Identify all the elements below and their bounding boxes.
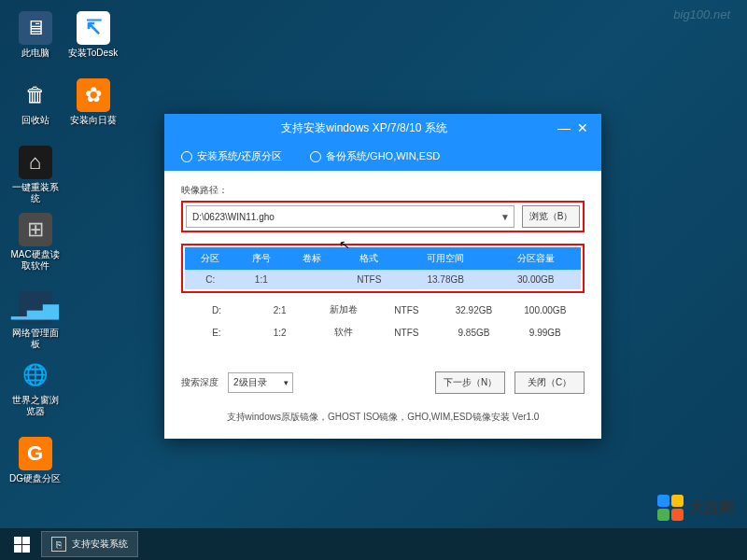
icon-label: 此电脑: [9, 48, 61, 59]
app-icon: ⎘: [51, 537, 66, 552]
pc-icon: 🖥: [19, 11, 52, 45]
mode-options: 安装系统/还原分区 备份系统/GHO,WIN,ESD: [164, 142, 601, 171]
radio-install[interactable]: 安装系统/还原分区: [181, 149, 282, 163]
minimize-button[interactable]: —: [555, 120, 573, 135]
path-row-highlight: D:\0623\WIN11.gho ▼ 浏览（B）: [181, 201, 585, 232]
taskbar: ⎘ 支持安装系统: [0, 528, 747, 560]
next-button[interactable]: 下一步（N）: [435, 371, 505, 394]
windows-icon: [14, 537, 30, 553]
browse-button[interactable]: 浏览（B）: [522, 205, 580, 228]
dialog-content: 映像路径： D:\0623\WIN11.gho ▼ 浏览（B） 分区 序号 卷标…: [164, 171, 601, 439]
partition-table-rest: D: 2:1 新加卷 NTFS 32.92GB 100.00GB E: 1:2 …: [181, 299, 585, 343]
desktop-icon-recycle[interactable]: 🗑 回收站: [9, 78, 61, 126]
desktop-icon-dg[interactable]: G DG硬盘分区: [9, 437, 61, 484]
desktop-icon-network[interactable]: ▁▃▅ 网络管理面板: [9, 291, 61, 350]
radio-label: 安装系统/还原分区: [197, 149, 282, 163]
radio-label: 备份系统/GHO,WIN,ESD: [326, 149, 440, 163]
table-row[interactable]: E: 1:2 软件 NTFS 9.85GB 9.99GB: [185, 321, 581, 343]
chevron-down-icon: ▼: [500, 212, 510, 222]
chevron-down-icon: ▾: [284, 378, 289, 387]
desktop-icon-machdd[interactable]: ⊞ MAC硬盘读取软件: [9, 213, 61, 272]
machdd-icon: ⊞: [19, 213, 52, 246]
icon-label: DG硬盘分区: [9, 473, 61, 484]
radio-icon: [310, 151, 321, 162]
icon-label: 回收站: [9, 115, 61, 126]
network-icon: ▁▃▅: [19, 291, 52, 325]
icon-label: MAC硬盘读取软件: [9, 249, 61, 272]
col-cap: 分区容量: [490, 247, 581, 270]
browser-icon: 🌐: [19, 358, 52, 392]
icon-label: 安装向日葵: [67, 115, 119, 126]
titlebar[interactable]: 支持安装windows XP/7/8/10 系统 — ✕: [164, 114, 601, 142]
icon-label: 安装ToDesk: [67, 48, 119, 59]
dg-icon: G: [19, 437, 52, 470]
reinstall-icon: ⌂: [19, 146, 52, 179]
radio-icon: [181, 151, 192, 162]
watermark-brand: 大百网: [657, 495, 734, 521]
image-path-select[interactable]: D:\0623\WIN11.gho ▼: [186, 205, 514, 228]
window-title: 支持安装windows XP/7/8/10 系统: [174, 120, 555, 136]
desktop-icon-pc[interactable]: 🖥 此电脑: [9, 11, 61, 59]
search-depth-select[interactable]: 2级目录 ▾: [228, 372, 293, 393]
table-header-row: 分区 序号 卷标 格式 可用空间 分区容量: [185, 247, 581, 270]
taskbar-label: 支持安装系统: [72, 538, 128, 551]
col-volume: 卷标: [287, 247, 338, 270]
partition-table-highlight: 分区 序号 卷标 格式 可用空间 分区容量 C: 1:1 NTFS 13.78: [181, 244, 585, 293]
path-value: D:\0623\WIN11.gho: [192, 212, 275, 222]
col-format: 格式: [338, 247, 401, 270]
taskbar-item-installer[interactable]: ⎘ 支持安装系统: [41, 531, 138, 557]
desktop-icon-reinstall[interactable]: ⌂ 一键重装系统: [9, 146, 61, 204]
icon-label: 网络管理面板: [9, 328, 61, 350]
col-partition: 分区: [185, 247, 236, 270]
desktop-icon-sunflower[interactable]: ✿ 安装向日葵: [67, 78, 119, 126]
path-label: 映像路径：: [181, 184, 585, 197]
install-dialog: 支持安装windows XP/7/8/10 系统 — ✕ 安装系统/还原分区 备…: [164, 114, 601, 439]
recycle-icon: 🗑: [19, 78, 52, 112]
desktop-icon-todesk[interactable]: ↸ 安装ToDesk: [67, 11, 119, 59]
table-row[interactable]: D: 2:1 新加卷 NTFS 32.92GB 100.00GB: [185, 299, 581, 321]
table-row[interactable]: C: 1:1 NTFS 13.78GB 30.00GB: [185, 270, 581, 289]
start-button[interactable]: [6, 531, 37, 557]
col-seq: 序号: [236, 247, 288, 270]
watermark-url: big100.net: [673, 7, 730, 21]
sunflower-icon: ✿: [77, 78, 110, 112]
close-button[interactable]: ✕: [573, 120, 592, 135]
col-free: 可用空间: [401, 247, 491, 270]
footer-text: 支持windows原版镜像，GHOST ISO镜像，GHO,WIM,ESD镜像安…: [181, 405, 585, 429]
desktop-icon-browser[interactable]: 🌐 世界之窗浏览器: [9, 358, 61, 417]
search-depth-label: 搜索深度: [181, 376, 218, 389]
brand-logo-icon: [657, 495, 684, 521]
icon-label: 一键重装系统: [9, 182, 61, 204]
close-button-bottom[interactable]: 关闭（C）: [514, 371, 585, 394]
bottom-controls: 搜索深度 2级目录 ▾ 下一步（N） 关闭（C）: [181, 371, 585, 394]
partition-table: 分区 序号 卷标 格式 可用空间 分区容量 C: 1:1 NTFS 13.78: [185, 247, 581, 289]
todesk-icon: ↸: [77, 11, 110, 45]
radio-backup[interactable]: 备份系统/GHO,WIN,ESD: [310, 149, 440, 163]
icon-label: 世界之窗浏览器: [9, 395, 61, 417]
